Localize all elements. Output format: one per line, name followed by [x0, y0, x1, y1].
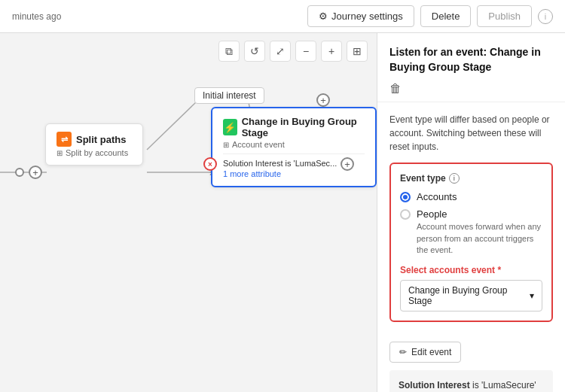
undo-button[interactable]: ↺ [244, 41, 265, 62]
add-before-split[interactable]: + [29, 166, 42, 179]
svg-line-1 [147, 102, 196, 150]
split-node-subtitle: ⊞ Split by accounts [56, 148, 132, 157]
attributes-box: Solution Interest is 'LumaSecure' Previo… [389, 370, 553, 392]
split-node-title: ⇌ Split paths [56, 132, 132, 147]
event-type-section: Event type i Accounts People Ac [389, 163, 553, 322]
zoom-in-button[interactable]: + [321, 41, 342, 62]
zoom-out-button[interactable]: − [295, 41, 316, 62]
event-node-subtitle: ⊞ Account event [223, 140, 365, 149]
solution-interest-key: Solution Interest [399, 380, 470, 390]
topbar-actions: ⚙ Journey settings Delete Publish i [307, 5, 553, 27]
select-accounts-event-label: Select accounts event * [400, 265, 542, 275]
split-icon: ⇌ [56, 132, 72, 147]
resize-button[interactable]: ⤢ [270, 41, 291, 62]
event-node-title: ⚡ Change in Buying Group Stage [223, 116, 365, 138]
topbar: minutes ago ⚙ Journey settings Delete Pu… [0, 0, 565, 33]
info-icon[interactable]: i [538, 9, 553, 24]
panel-delete-icon[interactable]: 🗑 [389, 82, 553, 96]
right-panel: Listen for an event: Change in Buying Gr… [377, 33, 565, 392]
add-after-initial[interactable]: + [316, 93, 330, 107]
pencil-icon: ✏ [399, 347, 407, 357]
event-type-label: Event type i [400, 173, 542, 184]
canvas[interactable]: ⧉ ↺ ⤢ − + ⊞ × + ⇌ [0, 33, 377, 392]
select-accounts-event-dropdown[interactable]: Change in Buying Group Stage ▾ [400, 280, 542, 311]
panel-info-text: Event type will differ based on people o… [389, 113, 553, 153]
grid-button[interactable]: ⊞ [347, 41, 368, 62]
journey-settings-button[interactable]: ⚙ Journey settings [307, 5, 414, 27]
copy-canvas-button[interactable]: ⧉ [218, 41, 240, 62]
timestamp: minutes ago [12, 11, 61, 22]
canvas-toolbar: ⧉ ↺ ⤢ − + ⊞ [218, 41, 368, 62]
solution-interest-value: 'LumaSecure' [481, 380, 536, 390]
people-label: People [417, 208, 542, 220]
publish-button[interactable]: Publish [477, 5, 532, 27]
people-radio[interactable]: People Account moves forward when any pe… [400, 208, 542, 256]
radio-group: Accounts People Account moves forward wh… [400, 191, 542, 256]
initial-interest-label: Initial interest [194, 87, 264, 104]
people-desc: Account moves forward when any person fr… [417, 221, 542, 256]
panel-title: Listen for an event: Change in Buying Gr… [389, 45, 553, 74]
gear-icon: ⚙ [319, 11, 328, 22]
panel-header: Listen for an event: Change in Buying Gr… [377, 33, 565, 102]
remove-connector[interactable]: × [203, 157, 217, 171]
accounts-radio-circle [400, 192, 411, 202]
people-radio-circle [400, 209, 411, 220]
panel-body: Event type will differ based on people o… [377, 102, 565, 392]
edit-event-button[interactable]: ✏ Edit event [389, 342, 461, 363]
solution-interest-attr: Solution Interest is 'LumaSecure' [399, 378, 544, 392]
accounts-radio[interactable]: Accounts [400, 191, 542, 202]
accounts-label: Accounts [417, 191, 457, 202]
flow-connectors: × [0, 33, 377, 392]
split-paths-node[interactable]: ⇌ Split paths ⊞ Split by accounts [45, 123, 143, 166]
event-node[interactable]: ⚡ Change in Buying Group Stage ⊞ Account… [211, 107, 377, 187]
main-area: ⧉ ↺ ⤢ − + ⊞ × + ⇌ [0, 33, 565, 392]
chevron-down-icon: ▾ [530, 290, 534, 301]
delete-button[interactable]: Delete [420, 5, 472, 27]
entry-connector [15, 168, 24, 177]
lightning-icon: ⚡ [223, 119, 237, 135]
add-after-event[interactable]: + [341, 157, 354, 171]
event-type-info-icon[interactable]: i [449, 173, 460, 184]
